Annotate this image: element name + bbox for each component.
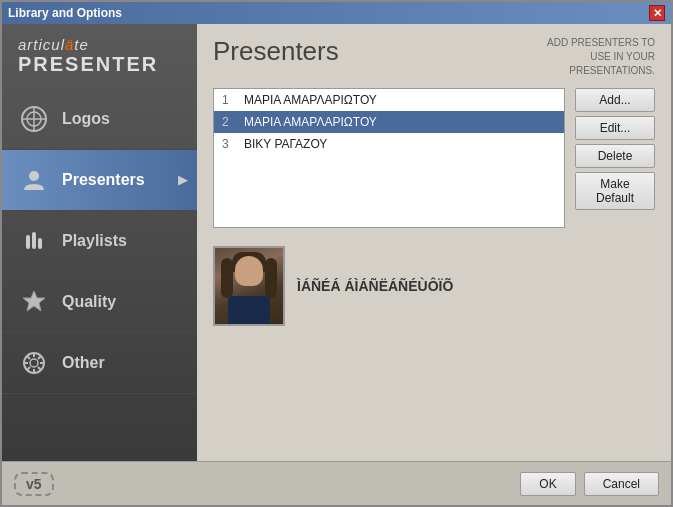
svg-line-17 <box>38 356 41 359</box>
svg-line-15 <box>27 356 30 359</box>
list-item[interactable]: 3 ΒΙΚΥ ΡΑΓΑΖΟΥ <box>214 133 564 155</box>
photo-face <box>235 256 263 286</box>
logo-line2: PRESENTER <box>18 53 158 76</box>
sidebar-item-logos-label: Logos <box>62 110 110 128</box>
presenters-title: Presenters <box>213 36 339 67</box>
photo-body <box>228 296 270 324</box>
list-item[interactable]: 1 ΜΑΡΙΑ ΑΜΑΡΛΑΡΙΩΤΟΥ <box>214 89 564 111</box>
edit-button[interactable]: Edit... <box>575 116 655 140</box>
sidebar-item-presenters-label: Presenters <box>62 171 145 189</box>
window-title: Library and Options <box>8 6 122 20</box>
photo-hair-right <box>265 258 277 298</box>
presenters-body: 1 ΜΑΡΙΑ ΑΜΑΡΛΑΡΙΩΤΟΥ 2 ΜΑΡΙΑ ΑΜΑΡΛΑΡΙΩΤΟ… <box>213 88 655 449</box>
photo-hair-left <box>221 258 233 298</box>
presenters-top: 1 ΜΑΡΙΑ ΑΜΑΡΛΑΡΙΩΤΟΥ 2 ΜΑΡΙΑ ΑΜΑΡΛΑΡΙΩΤΟ… <box>213 88 655 228</box>
presenters-icon <box>18 164 50 196</box>
sidebar-item-playlists-label: Playlists <box>62 232 127 250</box>
make-default-button[interactable]: Make Default <box>575 172 655 210</box>
svg-line-18 <box>27 367 30 370</box>
delete-button[interactable]: Delete <box>575 144 655 168</box>
svg-rect-5 <box>26 235 30 249</box>
add-button[interactable]: Add... <box>575 88 655 112</box>
svg-rect-7 <box>38 238 42 249</box>
sidebar-item-other[interactable]: Other <box>2 333 197 394</box>
sidebar-logo: articuläte PRESENTER <box>2 24 197 89</box>
photo-inner <box>215 248 283 324</box>
selected-presenter-name: ÌÁÑÉÁ ÁÌÁÑËÁÑÉÙÔÏÕ <box>297 278 453 294</box>
sidebar-item-quality-label: Quality <box>62 293 116 311</box>
presenters-header: Presenters ADD PRESENTERS TO USE IN YOUR… <box>213 36 655 78</box>
presenter-num: 3 <box>222 137 236 151</box>
svg-rect-6 <box>32 232 36 249</box>
sidebar-item-playlists[interactable]: Playlists <box>2 211 197 272</box>
cancel-button[interactable]: Cancel <box>584 472 659 496</box>
sidebar-item-presenters[interactable]: Presenters ▶ <box>2 150 197 211</box>
presenter-num: 1 <box>222 93 236 107</box>
main-content-area: Presenters ADD PRESENTERS TO USE IN YOUR… <box>197 24 671 461</box>
main-window: Library and Options ✕ articuläte PRESENT… <box>0 0 673 507</box>
presenter-name-3: ΒΙΚΥ ΡΑΓΑΖΟΥ <box>244 137 327 151</box>
window-content: articuläte PRESENTER Logos <box>2 24 671 461</box>
presenter-num: 2 <box>222 115 236 129</box>
presenter-name-2: ΜΑΡΙΑ ΑΜΑΡΛΑΡΙΩΤΟΥ <box>244 115 377 129</box>
logo-line1: articuläte <box>18 36 89 53</box>
ok-button[interactable]: OK <box>520 472 575 496</box>
bottom-bar: v5 OK Cancel <box>2 461 671 505</box>
presenter-name-1: ΜΑΡΙΑ ΑΜΑΡΛΑΡΙΩΤΟΥ <box>244 93 377 107</box>
logos-icon <box>18 103 50 135</box>
playlists-icon <box>18 225 50 257</box>
sidebar-item-quality[interactable]: Quality <box>2 272 197 333</box>
title-bar: Library and Options ✕ <box>2 2 671 24</box>
presenters-list[interactable]: 1 ΜΑΡΙΑ ΑΜΑΡΛΑΡΙΩΤΟΥ 2 ΜΑΡΙΑ ΑΜΑΡΛΑΡΙΩΤΟ… <box>213 88 565 228</box>
presenter-detail: ÌÁÑÉÁ ÁÌÁÑËÁÑÉÙÔÏÕ <box>213 238 655 334</box>
other-icon <box>18 347 50 379</box>
quality-icon <box>18 286 50 318</box>
svg-line-16 <box>38 367 41 370</box>
presenters-subtitle: ADD PRESENTERS TO USE IN YOUR PRESENTATI… <box>525 36 655 78</box>
buttons-panel: Add... Edit... Delete Make Default <box>575 88 655 228</box>
svg-point-4 <box>29 171 39 181</box>
chevron-right-icon: ▶ <box>178 173 187 187</box>
svg-marker-8 <box>23 291 45 311</box>
sidebar-item-other-label: Other <box>62 354 105 372</box>
sidebar-item-logos[interactable]: Logos <box>2 89 197 150</box>
presenter-photo <box>213 246 285 326</box>
list-item[interactable]: 2 ΜΑΡΙΑ ΑΜΑΡΛΑΡΙΩΤΟΥ <box>214 111 564 133</box>
close-button[interactable]: ✕ <box>649 5 665 21</box>
sidebar: articuläte PRESENTER Logos <box>2 24 197 461</box>
svg-point-10 <box>30 359 38 367</box>
bottom-buttons: OK Cancel <box>520 472 659 496</box>
version-badge: v5 <box>14 472 54 496</box>
